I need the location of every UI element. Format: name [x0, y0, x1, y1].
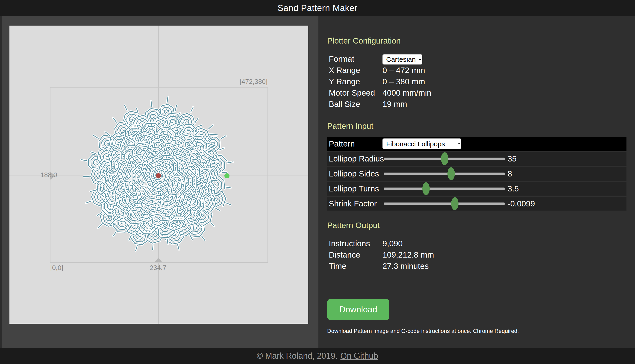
pattern-select-row: Pattern Fibonacci Lollipops — [327, 137, 626, 151]
slider-thumb[interactable] — [441, 152, 448, 165]
preview-panel: [472,380] [0,0] 234.7 188.0 — [0, 16, 318, 348]
download-note: Download Pattern image and G-code instru… — [327, 328, 635, 334]
config-row: X Range 0 – 472 mm — [327, 64, 635, 76]
lollipop-turns-value: 3.5 — [508, 184, 519, 193]
slider-track[interactable] — [384, 188, 505, 190]
format-select[interactable]: Cartesian — [382, 54, 422, 64]
download-button[interactable]: Download — [327, 299, 390, 320]
y-position-label: 188.0 — [40, 172, 57, 178]
pattern-label: Pattern — [329, 139, 355, 148]
app-title-bar: Sand Pattern Maker — [0, 0, 635, 16]
slider-track[interactable] — [384, 172, 505, 175]
distance-value: 109,212.8 mm — [382, 249, 635, 260]
bed-origin-label: [0,0] — [50, 264, 63, 271]
lollipop-radius-label: Lollipop Radius — [329, 154, 384, 163]
slider-track[interactable] — [384, 202, 505, 205]
plotter-configuration-heading: Plotter Configuration — [327, 37, 635, 45]
output-row: Distance 109,212.8 mm — [327, 249, 635, 260]
x-range-value: 0 – 472 mm — [382, 64, 635, 76]
slider-thumb[interactable] — [422, 182, 430, 195]
shrink-factor-label: Shrink Factor — [329, 199, 377, 208]
pattern-preview-canvas: [472,380] [0,0] 234.7 188.0 — [10, 26, 308, 324]
slider-row-lollipop-turns: Lollipop Turns 3.5 — [327, 182, 626, 196]
github-link[interactable]: On Github — [340, 351, 378, 361]
distance-label: Distance — [327, 249, 382, 260]
copyright-text: © Mark Roland, 2019. — [257, 351, 338, 361]
ball-size-label: Ball Size — [327, 98, 382, 110]
x-position-label: 234.7 — [150, 264, 166, 271]
x-range-label: X Range — [327, 64, 382, 76]
time-label: Time — [327, 260, 382, 272]
page-title: Sand Pattern Maker — [278, 3, 358, 13]
settings-panel: Plotter Configuration Format Cartesian X… — [318, 16, 635, 348]
shrink-factor-value: -0.0099 — [508, 199, 535, 208]
lollipop-radius-value: 35 — [508, 154, 516, 163]
bed-max-corner-label: [472,380] — [240, 78, 268, 85]
motor-speed-label: Motor Speed — [327, 87, 382, 98]
slider-thumb[interactable] — [451, 197, 458, 210]
slider-row-lollipop-radius: Lollipop Radius 35 — [327, 152, 626, 166]
pattern-output-table: Instructions 9,090 Distance 109,212.8 mm… — [327, 238, 635, 272]
y-range-value: 0 – 380 mm — [382, 76, 635, 87]
motor-speed-value: 4000 mm/min — [382, 87, 635, 98]
lollipop-sides-label: Lollipop Sides — [329, 169, 379, 178]
output-row: Instructions 9,090 — [327, 238, 635, 249]
pattern-select[interactable]: Fibonacci Lollipops — [382, 138, 461, 149]
instructions-label: Instructions — [327, 238, 382, 249]
format-label: Format — [327, 53, 382, 64]
pattern-output-heading: Pattern Output — [327, 221, 635, 230]
y-range-label: Y Range — [327, 76, 382, 87]
shrink-factor-slider[interactable] — [384, 197, 505, 210]
slider-row-lollipop-sides: Lollipop Sides 8 — [327, 167, 626, 180]
output-row: Time 27.3 minutes — [327, 260, 635, 272]
footer: © Mark Roland, 2019. On Github — [0, 348, 635, 364]
ball-size-value: 19 mm — [382, 98, 635, 110]
lollipop-radius-slider[interactable] — [384, 152, 505, 165]
lollipop-turns-slider[interactable] — [384, 182, 505, 195]
lollipop-sides-value: 8 — [508, 169, 512, 178]
config-row-format: Format Cartesian — [327, 53, 635, 64]
config-row: Motor Speed 4000 mm/min — [327, 87, 635, 98]
lollipop-sides-slider[interactable] — [384, 167, 505, 180]
lollipop-turns-label: Lollipop Turns — [329, 184, 379, 193]
time-value: 27.3 minutes — [382, 260, 635, 272]
slider-thumb[interactable] — [448, 167, 455, 180]
config-row: Y Range 0 – 380 mm — [327, 76, 635, 87]
pattern-input-rows: Pattern Fibonacci Lollipops Lollipop Rad… — [327, 137, 626, 210]
slider-row-shrink-factor: Shrink Factor -0.0099 — [327, 197, 626, 210]
instructions-value: 9,090 — [382, 238, 635, 249]
config-row: Ball Size 19 mm — [327, 98, 635, 110]
plotter-configuration-table: Format Cartesian X Range 0 – 472 mm Y Ra… — [327, 53, 635, 110]
pattern-input-heading: Pattern Input — [327, 122, 635, 130]
